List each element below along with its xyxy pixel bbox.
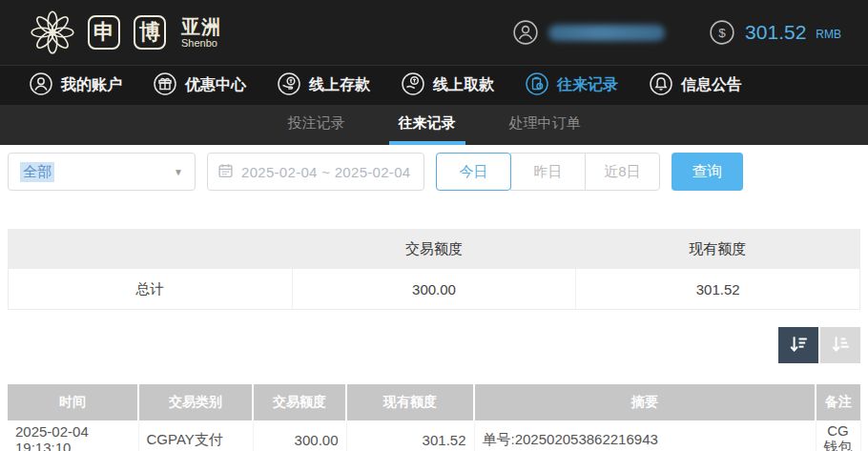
brand-logo[interactable]: 申 博 亚洲 Shenbo bbox=[27, 7, 221, 58]
quick-date-group: 今日 昨日 近8日 bbox=[436, 153, 660, 191]
records-header-type: 交易类别 bbox=[138, 384, 253, 420]
records-header-row: 时间 交易类别 交易额度 现有额度 摘要 备注 bbox=[8, 384, 860, 420]
tab-processing-orders[interactable]: 处理中订单 bbox=[500, 105, 590, 145]
gift-icon bbox=[153, 72, 177, 100]
tab-transaction-records[interactable]: 往来记录 bbox=[389, 105, 465, 145]
summary-table: 交易额度 现有额度 总计 300.00 301.52 bbox=[8, 229, 860, 310]
records-header-time: 时间 bbox=[8, 384, 138, 420]
date-range-value: 2025-02-04 ~ 2025-02-04 bbox=[241, 164, 410, 180]
query-button[interactable]: 查询 bbox=[672, 153, 743, 191]
logo-region: 亚洲 Shenbo bbox=[181, 17, 221, 49]
logo-char-2: 博 bbox=[134, 15, 166, 50]
summary-header-row: 交易额度 现有额度 bbox=[9, 229, 859, 269]
logo-region-cn: 亚洲 bbox=[181, 17, 221, 36]
user-icon bbox=[512, 19, 539, 46]
sub-nav: 投注记录 往来记录 处理中订单 bbox=[0, 105, 868, 145]
logo-region-en: Shenbo bbox=[181, 38, 221, 49]
summary-header-empty bbox=[9, 229, 292, 269]
content-area: 全部 ▼ 2025-02-04 ~ 2025-02-04 今日 昨日 近8日 查 bbox=[0, 145, 868, 451]
summary-current-balance: 301.52 bbox=[576, 269, 859, 309]
record-time: 2025-02-04 19:13:10 bbox=[8, 420, 138, 451]
sort-ascending-button[interactable] bbox=[820, 327, 860, 363]
svg-text:$: $ bbox=[718, 26, 726, 40]
summary-total-row: 总计 300.00 301.52 bbox=[9, 269, 859, 309]
nav-label: 信息公告 bbox=[681, 75, 742, 95]
last-8-days-button[interactable]: 近8日 bbox=[585, 153, 660, 191]
yesterday-button[interactable]: 昨日 bbox=[510, 153, 586, 191]
user-icon bbox=[29, 72, 53, 100]
sort-controls bbox=[8, 327, 860, 363]
records-header-remark: 备注 bbox=[816, 384, 860, 420]
user-account[interactable] bbox=[512, 19, 665, 46]
nav-label: 线上存款 bbox=[309, 75, 370, 95]
filter-row: 全部 ▼ 2025-02-04 ~ 2025-02-04 今日 昨日 近8日 查 bbox=[8, 153, 860, 191]
record-amount: 300.00 bbox=[253, 420, 346, 451]
dollar-icon: $ bbox=[709, 19, 735, 46]
summary-header-transaction-amount: 交易额度 bbox=[292, 229, 575, 269]
nav-item-promotions[interactable]: 优惠中心 bbox=[153, 72, 246, 100]
summary-total-label: 总计 bbox=[9, 269, 293, 309]
top-header: 申 博 亚洲 Shenbo bbox=[0, 0, 868, 65]
nav-label: 我的账户 bbox=[61, 75, 122, 95]
username-redacted bbox=[548, 25, 665, 41]
date-range-input[interactable]: 2025-02-04 ~ 2025-02-04 bbox=[207, 153, 424, 191]
logo-char-1: 申 bbox=[88, 15, 120, 50]
withdraw-icon bbox=[401, 72, 425, 100]
nav-item-deposit[interactable]: 线上存款 bbox=[277, 72, 370, 100]
summary-header-current-balance: 现有额度 bbox=[576, 229, 859, 269]
flower-logo-icon bbox=[27, 7, 78, 58]
main-nav: 我的账户 优惠中心 线上存款 bbox=[0, 65, 868, 105]
record-balance: 301.52 bbox=[346, 420, 474, 451]
type-select[interactable]: 全部 ▼ bbox=[8, 153, 196, 191]
balance-amount: 301.52 bbox=[745, 21, 806, 44]
today-button[interactable]: 今日 bbox=[436, 153, 511, 191]
record-summary: 单号:202502053862216943 bbox=[474, 420, 816, 451]
balance-display[interactable]: $ 301.52 RMB bbox=[709, 19, 841, 46]
tab-bet-records[interactable]: 投注记录 bbox=[279, 105, 355, 145]
chevron-down-icon: ▼ bbox=[174, 167, 183, 177]
records-icon bbox=[525, 72, 549, 100]
record-type: CGPAY支付 bbox=[138, 420, 253, 451]
sort-ascending-icon bbox=[830, 334, 851, 358]
table-row: 2025-02-04 19:13:10 CGPAY支付 300.00 301.5… bbox=[8, 420, 860, 451]
deposit-icon bbox=[277, 72, 301, 100]
summary-transaction-amount: 300.00 bbox=[293, 269, 577, 309]
records-header-amount: 交易额度 bbox=[253, 384, 346, 420]
nav-item-my-account[interactable]: 我的账户 bbox=[29, 72, 122, 100]
sort-descending-icon bbox=[788, 334, 809, 358]
nav-item-withdraw[interactable]: 线上取款 bbox=[401, 72, 494, 100]
record-remark: CG钱包 bbox=[816, 420, 860, 451]
sort-descending-button[interactable] bbox=[778, 327, 818, 363]
records-header-summary: 摘要 bbox=[474, 384, 816, 420]
type-select-value: 全部 bbox=[20, 162, 54, 182]
nav-label: 往来记录 bbox=[557, 75, 618, 95]
records-header-balance: 现有额度 bbox=[346, 384, 474, 420]
nav-label: 线上取款 bbox=[433, 75, 494, 95]
balance-currency: RMB bbox=[816, 28, 841, 41]
bell-icon bbox=[649, 72, 673, 100]
nav-item-transaction-records[interactable]: 往来记录 bbox=[525, 72, 618, 100]
records-table: 时间 交易类别 交易额度 现有额度 摘要 备注 2025-02-04 19:13… bbox=[8, 384, 861, 451]
nav-item-announcements[interactable]: 信息公告 bbox=[649, 72, 742, 100]
nav-label: 优惠中心 bbox=[185, 75, 246, 95]
transaction-records-page: 申 博 亚洲 Shenbo bbox=[0, 0, 868, 451]
calendar-icon bbox=[217, 162, 234, 182]
